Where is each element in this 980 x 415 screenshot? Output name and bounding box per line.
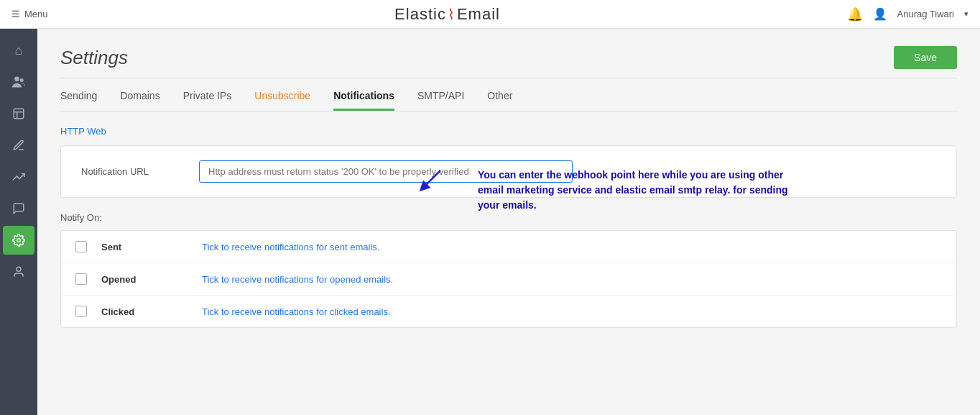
notify-row-sent: Sent Tick to receive notifications for s… (61, 231, 956, 263)
http-web-label: HTTP Web (60, 126, 957, 137)
sidebar: ⌂ (0, 29, 37, 415)
menu-button[interactable]: ☰ Menu (11, 9, 48, 19)
notify-table: Sent Tick to receive notifications for s… (60, 230, 957, 328)
tab-other[interactable]: Other (487, 90, 512, 111)
brand-elastic: Elastic (394, 5, 446, 23)
user-dropdown-icon[interactable]: ▾ (964, 9, 969, 19)
url-row: Notification URL (81, 160, 936, 183)
tab-notifications[interactable]: Notifications (333, 90, 394, 111)
svg-point-0 (14, 77, 19, 82)
svg-point-6 (17, 267, 21, 271)
sidebar-item-campaigns[interactable] (3, 131, 34, 160)
notify-checkbox-clicked[interactable] (75, 306, 87, 317)
notify-on-label: Notify On: (60, 212, 957, 223)
sidebar-item-home[interactable]: ⌂ (3, 36, 34, 65)
svg-point-5 (17, 239, 21, 242)
sidebar-item-reports[interactable] (3, 163, 34, 191)
notify-name-opened: Opened (101, 274, 188, 285)
tab-smtp-api[interactable]: SMTP/API (417, 90, 464, 111)
tabs-bar: Sending Domains Private IPs Unsubscribe … (60, 90, 957, 111)
notify-desc-opened: Tick to receive notifications for opened… (202, 274, 393, 285)
brand-logo: Elastic⌇Email (394, 5, 500, 24)
header-divider (60, 78, 957, 78)
svg-point-1 (20, 78, 24, 82)
brand-dash-icon: ⌇ (448, 6, 456, 22)
notification-url-label: Notification URL (81, 166, 182, 177)
notify-desc-sent: Tick to receive notifications for sent e… (202, 242, 379, 252)
menu-label: Menu (24, 9, 48, 19)
sidebar-item-templates[interactable] (3, 99, 34, 128)
svg-rect-2 (14, 109, 24, 119)
notify-row-opened: Opened Tick to receive notifications for… (61, 263, 956, 296)
sidebar-item-messages[interactable] (3, 194, 34, 223)
notify-name-clicked: Clicked (101, 306, 188, 317)
page-title: Settings (60, 47, 128, 69)
hamburger-icon: ☰ (11, 9, 20, 19)
tab-private-ips[interactable]: Private IPs (183, 90, 232, 111)
user-avatar-icon[interactable]: 👤 (873, 7, 887, 21)
notify-row-clicked: Clicked Tick to receive notifications fo… (61, 296, 956, 327)
notify-checkbox-opened[interactable] (75, 273, 87, 285)
notification-url-card: Notification URL You can enter the webho… (60, 145, 957, 198)
sidebar-item-contacts[interactable] (3, 68, 34, 96)
save-button[interactable]: Save (894, 46, 957, 69)
sidebar-item-account[interactable] (3, 257, 34, 286)
notifications-bell-icon[interactable]: 🔔 (847, 6, 863, 22)
notification-url-input[interactable] (199, 160, 573, 183)
sidebar-item-settings[interactable] (3, 226, 34, 255)
user-name[interactable]: Anurag Tiwari (897, 9, 954, 19)
notify-name-sent: Sent (101, 242, 188, 252)
page-header: Settings Save (60, 46, 957, 69)
notify-desc-clicked: Tick to receive notifications for clicke… (202, 306, 391, 317)
topbar: ☰ Menu Elastic⌇Email 🔔 👤 Anurag Tiwari ▾ (0, 0, 980, 29)
main-content: Settings Save Sending Domains Private IP… (37, 29, 980, 415)
tab-sending[interactable]: Sending (60, 90, 97, 111)
tab-unsubscribe[interactable]: Unsubscribe (254, 90, 310, 111)
topbar-right: 🔔 👤 Anurag Tiwari ▾ (847, 6, 969, 22)
brand-email: Email (457, 5, 500, 23)
tab-domains[interactable]: Domains (120, 90, 160, 111)
notify-checkbox-sent[interactable] (75, 241, 87, 252)
